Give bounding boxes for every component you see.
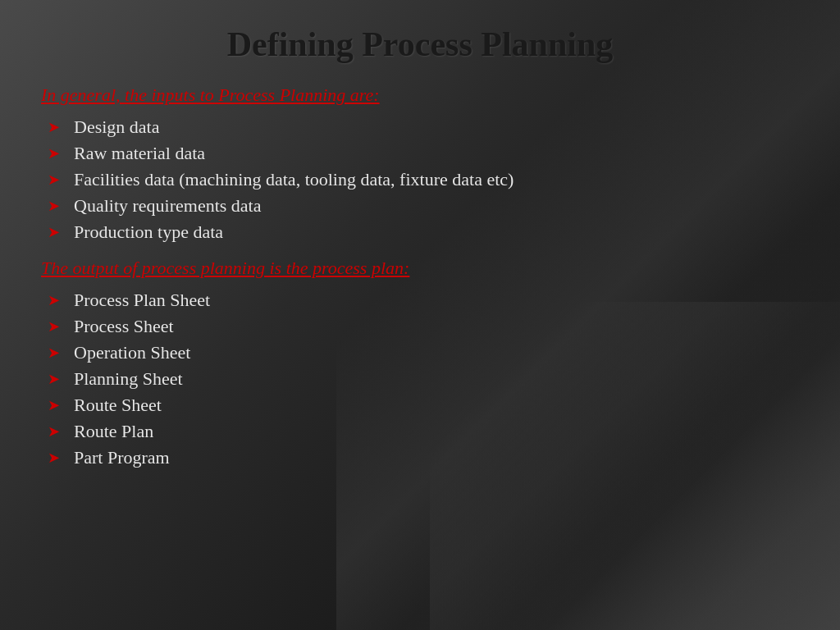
- list-item: Design data: [41, 114, 799, 140]
- outputs-list: Process Plan Sheet Process Sheet Operati…: [41, 287, 799, 471]
- inputs-list: Design data Raw material data Facilities…: [41, 114, 799, 245]
- list-item: Process Plan Sheet: [41, 287, 799, 313]
- outputs-header: The output of process planning is the pr…: [41, 258, 799, 279]
- slide: Defining Process Planning In general, th…: [0, 0, 840, 630]
- list-item: Quality requirements data: [41, 193, 799, 219]
- list-item: Planning Sheet: [41, 366, 799, 392]
- list-item: Process Sheet: [41, 313, 799, 340]
- list-item: Operation Sheet: [41, 340, 799, 366]
- inputs-header: In general, the inputs to Process Planni…: [41, 84, 799, 106]
- list-item: Production type data: [41, 219, 799, 245]
- list-item: Part Program: [41, 445, 799, 471]
- list-item: Route Sheet: [41, 392, 799, 418]
- list-item: Route Plan: [41, 418, 799, 445]
- list-item: Raw material data: [41, 140, 799, 167]
- content-wrapper: Defining Process Planning In general, th…: [41, 25, 799, 471]
- slide-title: Defining Process Planning: [41, 25, 799, 64]
- list-item: Facilities data (machining data, tooling…: [41, 167, 799, 193]
